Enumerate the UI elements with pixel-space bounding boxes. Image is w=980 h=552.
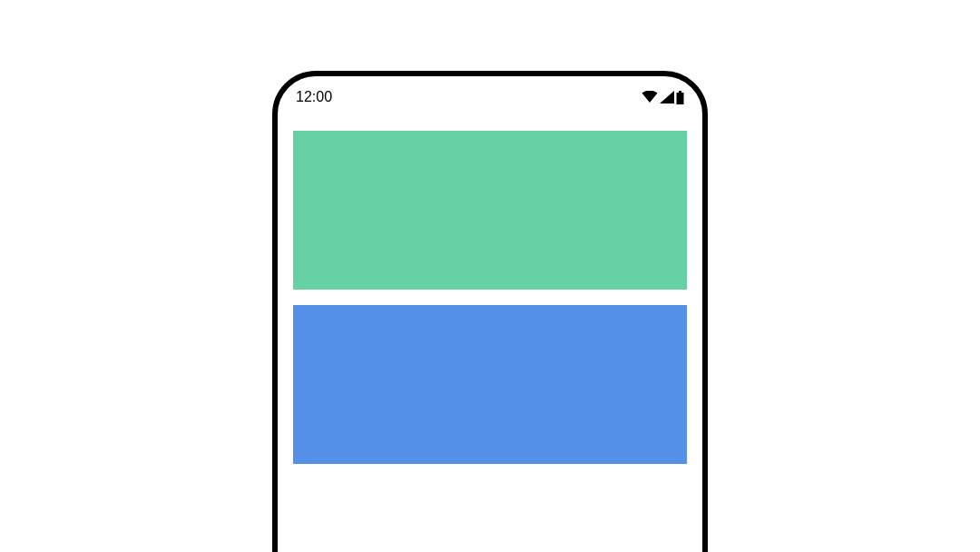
color-block-blue [293, 305, 687, 464]
svg-rect-0 [679, 91, 681, 93]
phone-frame: 12:00 [272, 71, 708, 552]
status-bar-icons [642, 91, 684, 104]
cellular-icon [660, 91, 674, 104]
wifi-icon [642, 91, 658, 104]
status-bar-time: 12:00 [296, 89, 332, 105]
status-bar: 12:00 [278, 76, 702, 113]
svg-rect-1 [677, 93, 684, 104]
battery-icon [676, 91, 684, 104]
color-block-green [293, 131, 687, 290]
content-area [278, 113, 702, 482]
